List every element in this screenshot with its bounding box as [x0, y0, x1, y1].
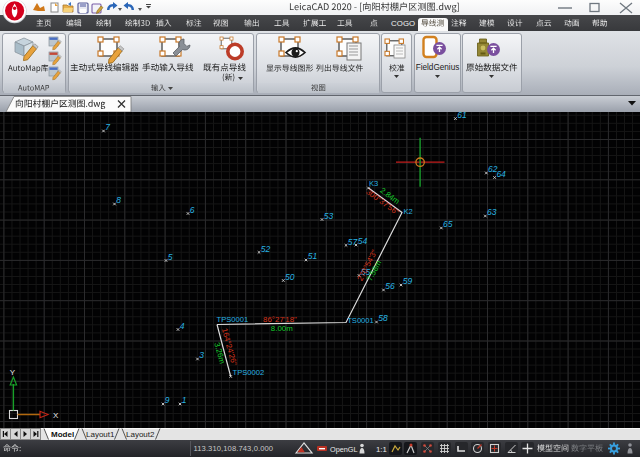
- svg-text:6: 6: [190, 205, 195, 215]
- svg-text:8: 8: [116, 195, 121, 205]
- svg-text:Layout2: Layout2: [126, 430, 155, 439]
- svg-text:TPS0002: TPS0002: [233, 368, 265, 377]
- svg-text:1: 1: [182, 395, 187, 405]
- svg-text:Y: Y: [10, 368, 16, 377]
- svg-text:86°27'18": 86°27'18": [263, 315, 297, 324]
- svg-text:Layout1: Layout1: [86, 430, 115, 439]
- svg-text:54: 54: [358, 236, 368, 246]
- svg-text:63: 63: [487, 207, 497, 217]
- svg-text:TPS0001: TPS0001: [217, 315, 249, 324]
- svg-text:Model: Model: [51, 430, 74, 439]
- svg-text:3: 3: [199, 350, 204, 360]
- svg-text:64: 64: [496, 169, 506, 179]
- svg-text:53: 53: [324, 211, 334, 221]
- svg-text:61: 61: [457, 112, 467, 120]
- svg-text:65: 65: [443, 219, 453, 229]
- svg-text:4: 4: [180, 321, 185, 331]
- svg-text:1:1: 1:1: [376, 445, 387, 454]
- svg-text:5: 5: [168, 252, 173, 262]
- svg-text:57: 57: [348, 237, 358, 247]
- svg-text:TS0001: TS0001: [347, 316, 374, 325]
- svg-text:8.00m: 8.00m: [271, 324, 293, 333]
- svg-text:7: 7: [105, 122, 110, 132]
- svg-text:K3: K3: [369, 179, 378, 188]
- svg-text:K2: K2: [404, 207, 413, 216]
- svg-text:51: 51: [308, 251, 318, 261]
- svg-text:OpenGL: OpenGL: [330, 445, 358, 454]
- svg-text:56: 56: [385, 281, 395, 291]
- svg-text:X: X: [53, 411, 59, 420]
- svg-text:59: 59: [403, 276, 413, 286]
- svg-text:9: 9: [165, 395, 170, 405]
- svg-text:52: 52: [261, 244, 271, 254]
- svg-text:50: 50: [285, 272, 295, 282]
- svg-text:58: 58: [378, 313, 388, 323]
